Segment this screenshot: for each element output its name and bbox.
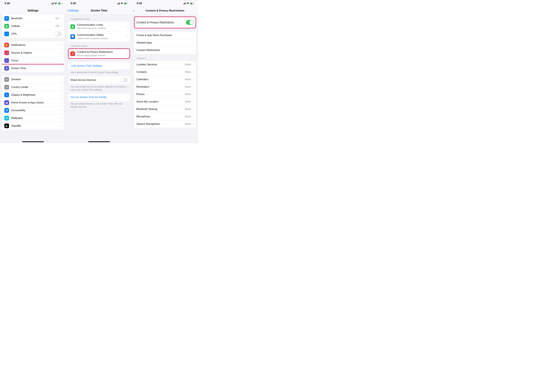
row-sublabel: Set limits based on contacts bbox=[77, 27, 126, 30]
chevron-right-icon: › bbox=[61, 109, 62, 112]
settings-row-display[interactable]: ☀︎ Display & Brightness › bbox=[2, 91, 64, 99]
comm-safety-icon: 💬 bbox=[70, 34, 75, 39]
lock-note: Use a passcode to secure Screen Time set… bbox=[66, 70, 132, 76]
row-label: Screen Time bbox=[11, 67, 60, 70]
sounds-icon: 🔊 bbox=[4, 50, 9, 55]
chevron-right-icon: › bbox=[61, 78, 62, 81]
row[interactable]: Content Restrictions › bbox=[134, 47, 196, 54]
row-value: Allow bbox=[185, 115, 191, 118]
settings-row-bluetooth[interactable]: B Bluetooth On› bbox=[2, 14, 64, 22]
screentime-content[interactable]: COMMUNICATION ◉ Communication Limits Set… bbox=[66, 14, 132, 143]
settings-row-general[interactable]: ⚙︎ General › bbox=[2, 76, 64, 83]
svg-rect-6 bbox=[62, 3, 62, 4]
chevron-right-icon: › bbox=[193, 78, 194, 81]
prohibit-icon: ⊘ bbox=[70, 51, 75, 56]
wifi-icon bbox=[55, 2, 57, 5]
lock-settings-group: Lock Screen Time Settings bbox=[68, 62, 130, 70]
row-label: StandBy bbox=[11, 124, 60, 127]
row-label: Photos bbox=[136, 93, 185, 96]
settings-row-cellular[interactable]: ▮ Cellular Off› bbox=[2, 22, 64, 30]
svg-rect-2 bbox=[52, 3, 53, 4]
settings-row-focus[interactable]: ☾ Focus › bbox=[2, 57, 64, 64]
screentime-screen: 5:30 ‹ Settings Screen Time COMMUNICATIO… bbox=[66, 0, 132, 143]
row[interactable]: Share My Location Allow › bbox=[134, 98, 196, 106]
settings-content[interactable]: B Bluetooth On› ▮ Cellular Off› 🌐 VPN 🔔 … bbox=[0, 14, 66, 143]
battery-charging-icon bbox=[58, 2, 62, 5]
status-bar: 5:30 bbox=[132, 0, 198, 7]
content-privacy-toggle[interactable] bbox=[186, 20, 194, 25]
row-label: Allowed Apps bbox=[136, 41, 192, 44]
svg-rect-10 bbox=[119, 2, 120, 4]
content-privacy-group: ⊘ Content & Privacy Restrictions Block i… bbox=[68, 49, 130, 59]
home-indicator[interactable] bbox=[22, 141, 44, 142]
svg-rect-8 bbox=[118, 3, 118, 4]
share-toggle[interactable] bbox=[120, 78, 128, 82]
row-comm-limits[interactable]: ◉ Communication Limits Set limits based … bbox=[68, 21, 130, 32]
chevron-right-icon: › bbox=[61, 25, 62, 28]
wifi-icon bbox=[186, 2, 189, 5]
chevron-right-icon: › bbox=[61, 93, 62, 97]
row-comm-safety[interactable]: 💬 Communication Safety Protect from sens… bbox=[68, 32, 130, 42]
svg-rect-17 bbox=[185, 2, 186, 4]
nav-bar: ‹ Content & Privacy Restrictions bbox=[132, 7, 198, 14]
page-title: Content & Privacy Restrictions bbox=[146, 9, 184, 12]
row[interactable]: Speech Recognition Allow › bbox=[134, 120, 196, 128]
row-value: Allow bbox=[185, 122, 191, 126]
row-label: Wallpaper bbox=[11, 117, 60, 120]
row-label: Accessibility bbox=[11, 109, 60, 112]
chevron-right-icon: › bbox=[127, 25, 128, 28]
row-label: Bluetooth bbox=[11, 17, 55, 20]
row[interactable]: Calendars Allow › bbox=[134, 76, 196, 83]
settings-row-controlcenter[interactable]: ⊟ Control Center › bbox=[2, 83, 64, 91]
row-label: Speech Recognition bbox=[136, 122, 185, 126]
content-privacy-toggle-row[interactable]: Content & Privacy Restrictions bbox=[134, 17, 196, 27]
settings-row-standby[interactable]: ◐ StandBy › bbox=[2, 122, 64, 130]
row[interactable]: Location Services Allow › bbox=[134, 61, 196, 68]
back-button[interactable]: ‹ Settings bbox=[67, 9, 79, 13]
toggle[interactable] bbox=[54, 32, 62, 36]
row-value: Allow bbox=[185, 85, 191, 88]
settings-row-notifications[interactable]: 🔔 Notifications › bbox=[2, 41, 64, 49]
focus-icon: ☾ bbox=[4, 58, 9, 63]
row-value: Off bbox=[55, 25, 59, 28]
row[interactable]: Microphone Allow › bbox=[134, 113, 196, 120]
row-label: Cellular bbox=[11, 25, 55, 28]
row[interactable]: Contacts Allow › bbox=[134, 68, 196, 76]
row-label: Display & Brightness bbox=[11, 93, 60, 96]
settings-row-homescreen[interactable]: ▦ Home Screen & App Library › bbox=[2, 99, 64, 106]
row[interactable]: iTunes & App Store Purchases › bbox=[134, 32, 196, 39]
row-label: Sounds & Haptics bbox=[11, 51, 60, 54]
family-note: Set up Family Sharing to use Screen Time… bbox=[66, 101, 132, 111]
cellular-signal-icon bbox=[183, 2, 186, 4]
row[interactable]: Photos Allow › bbox=[134, 91, 196, 98]
settings-row-sounds[interactable]: 🔊 Sounds & Haptics › bbox=[2, 49, 64, 57]
home-indicator[interactable] bbox=[88, 141, 110, 142]
status-time: 5:30 bbox=[71, 2, 76, 5]
settings-screen: 5:30 Settings B Bluetooth On› ▮ Cellular… bbox=[0, 0, 66, 143]
settings-row-vpn[interactable]: 🌐 VPN bbox=[2, 30, 64, 38]
row-label: General bbox=[11, 78, 60, 81]
settings-row-screentime[interactable]: ⧗ Screen Time › bbox=[2, 64, 64, 72]
chevron-right-icon: › bbox=[127, 35, 128, 38]
row-prohibit[interactable]: ⊘ Content & Privacy Restrictions Block i… bbox=[68, 49, 130, 59]
row[interactable]: Bluetooth Sharing Allow › bbox=[134, 106, 196, 113]
row-label: Home Screen & App Library bbox=[11, 101, 60, 104]
family-setup-link[interactable]: Set Up Screen Time for Family bbox=[68, 93, 130, 101]
share-across-devices-row[interactable]: Share Across Devices bbox=[68, 76, 130, 84]
row[interactable]: Reminders Allow › bbox=[134, 83, 196, 91]
status-bar: 5:30 bbox=[66, 0, 132, 7]
lock-screentime-link[interactable]: Lock Screen Time Settings bbox=[68, 62, 130, 70]
restrictions-content[interactable]: Content & Privacy Restrictions iTunes & … bbox=[132, 14, 198, 143]
row-label: Reminders bbox=[136, 85, 185, 88]
back-button[interactable]: ‹ bbox=[133, 9, 134, 13]
accessibility-icon: ✪ bbox=[4, 108, 9, 113]
settings-row-accessibility[interactable]: ✪ Accessibility › bbox=[2, 106, 64, 114]
notifications-icon: 🔔 bbox=[4, 43, 9, 47]
svg-rect-3 bbox=[53, 2, 54, 4]
row[interactable]: Allowed Apps › bbox=[134, 39, 196, 47]
nav-bar: Settings bbox=[0, 7, 66, 14]
chevron-right-icon: › bbox=[193, 33, 194, 37]
settings-row-wallpaper[interactable]: ❀ Wallpaper › bbox=[2, 114, 64, 122]
chevron-right-icon: › bbox=[61, 43, 62, 47]
cellular-icon: ▮ bbox=[4, 24, 9, 28]
